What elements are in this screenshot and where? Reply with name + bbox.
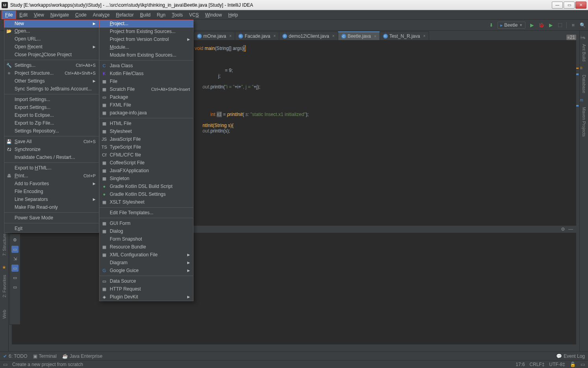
struct-view-icon[interactable]: ▭ [11,246,18,253]
file-menu-save-all[interactable]: 💾Save AllCtrl+S [4,138,99,145]
file-menu-open-url-[interactable]: Open URL... [4,35,99,43]
file-menu-invalidate-caches-restart-[interactable]: Invalidate Caches / Restart... [4,153,99,161]
new-menu-diagram[interactable]: Diagram▶ [100,259,193,267]
file-menu-open-[interactable]: 📂Open... [4,27,99,35]
file-menu-close-project[interactable]: Close ProjecJClose Project [4,51,99,59]
file-menu-settings-[interactable]: 🔧Settings...Ctrl+Alt+S [4,61,99,69]
menu-tools[interactable]: Tools [169,11,186,19]
new-menu-java-class[interactable]: CJava Class [100,62,193,70]
new-menu-typescript-file[interactable]: TSTypeScript File [100,143,193,151]
run-config-selector[interactable]: ▸ Beetle ▼ [498,22,525,29]
settings-icon[interactable]: ⚙ [561,226,565,232]
new-menu-plugin-devkit[interactable]: ◈Plugin DevKit▶ [100,293,193,301]
tab-close-icon[interactable]: × [229,34,232,38]
tool-terminal[interactable]: ▣Terminal [33,353,57,359]
tool-favorites[interactable]: ★2: Favorites [0,262,8,304]
new-menu-project-from-version-control[interactable]: Project from Version Control▶ [100,35,193,43]
menu-file[interactable]: File [2,11,16,19]
new-menu-xml-configuration-file[interactable]: ▦XML Configuration File▶ [100,251,193,259]
new-menu-fxml-file[interactable]: ▦FXML File [100,101,193,109]
stop-button-icon[interactable] [557,22,563,28]
new-menu-edit-file-templates-[interactable]: Edit File Templates... [100,209,193,217]
tool-todo[interactable]: ✔6: TODO [3,353,28,359]
tab-facade[interactable]: CFacade.java× [235,31,279,40]
file-menu-print-[interactable]: 🖶Print...Ctrl+P [4,172,99,180]
file-menu-exit[interactable]: Exit [4,224,99,232]
minimize-panel-icon[interactable]: — [568,226,573,232]
struct-expand-icon[interactable]: ⇲ [11,255,18,262]
file-menu-new[interactable]: New▶ [4,20,99,28]
menu-help[interactable]: Help [225,11,241,19]
new-menu-cfml-cfc-file[interactable]: CfCFML/CFC file [100,151,193,159]
file-menu-export-to-html-[interactable]: Export to HTML... [4,164,99,172]
menu-analyze[interactable]: Analyze [90,11,113,19]
memory-indicator-icon[interactable]: ▭ [581,362,585,367]
run-button-icon[interactable]: ▶ [529,22,535,28]
file-menu-export-settings-[interactable]: Export Settings... [4,103,99,111]
new-menu-data-source[interactable]: ▭Data Source [100,277,193,285]
file-menu-export-to-eclipse-[interactable]: Export to Eclipse... [4,111,99,119]
new-menu-scratch-file[interactable]: ▦Scratch FileCtrl+Alt+Shift+Insert [100,85,193,93]
tool-web[interactable]: Web [0,304,8,325]
new-menu-project-[interactable]: Project... [99,20,194,28]
new-menu-package[interactable]: ▭Package [100,93,193,101]
tool-java-enterprise[interactable]: ☕Java Enterprise [62,353,102,359]
file-menu-sync-settings-to-jetbrains-account-[interactable]: Sync Settings to JetBrains Account... [4,85,99,93]
tab-close-icon[interactable]: × [332,34,335,38]
file-encoding[interactable]: UTF-8‡ [549,362,565,367]
new-menu-dialog[interactable]: ▦Dialog [100,227,193,235]
new-menu-singleton[interactable]: ▦Singleton [100,175,193,182]
tab-close-icon[interactable]: × [423,34,426,38]
menu-vcs[interactable]: VCS [186,11,202,19]
new-menu-resource-bundle[interactable]: ▦Resource Bundle [100,243,193,251]
struct-group-icon[interactable]: ▭ [11,265,18,272]
debug-button-icon[interactable]: 🐞 [538,22,544,28]
new-menu-javascript-file[interactable]: JSJavaScript File [100,135,193,143]
tool-database[interactable]: ≡Database [580,65,588,93]
file-menu-file-encoding[interactable]: File Encoding [4,188,99,195]
tab-close-icon[interactable]: × [273,34,276,38]
build-icon[interactable]: ⬇ [488,22,494,28]
new-menu-javafxapplication[interactable]: ▦JavaFXApplication [100,167,193,175]
struct-collapse-icon[interactable]: ▭ [11,283,18,291]
tool-ant-build[interactable]: 🐜Ant Build [580,35,588,61]
file-menu-power-save-mode[interactable]: Power Save Mode [4,214,99,222]
new-menu-kotlin-file-class[interactable]: KKotlin File/Class [100,70,193,77]
file-menu-import-settings-[interactable]: Import Settings... [4,96,99,103]
new-menu-gradle-kotlin-dsl-build-script[interactable]: ●Gradle Kotlin DSL Build Script [100,182,193,190]
struct-sort-icon[interactable]: ⚙ [11,236,18,243]
tab-close-icon[interactable]: × [374,34,376,39]
new-menu-xslt-stylesheet[interactable]: ▦XSLT Stylesheet [100,198,193,206]
new-menu-coffeescript-file[interactable]: ▦CoffeeScript File [100,159,193,167]
menu-code[interactable]: Code [72,11,90,19]
file-menu-other-settings[interactable]: Other Settings▶ [4,77,99,85]
menu-navigate[interactable]: Navigate [47,11,72,19]
menu-window[interactable]: Window [202,11,225,19]
file-menu-settings-repository-[interactable]: Settings Repository... [4,127,99,135]
minimize-button[interactable]: — [552,2,563,9]
project-structure-icon[interactable]: ⌗ [570,22,576,28]
tabs-overflow-badge[interactable]: ≡21 [566,35,576,40]
search-everywhere-icon[interactable]: 🔍 [579,22,586,28]
menu-edit[interactable]: Edit [16,11,31,19]
line-separator[interactable]: CRLF‡ [529,362,544,367]
quick-actions-icon[interactable]: ▭ [3,362,7,367]
menu-run[interactable]: Run [154,11,169,19]
file-menu-open-recent[interactable]: Open Recent▶ [4,43,99,51]
new-menu-file[interactable]: ▦File [100,77,193,85]
struct-filter-icon[interactable]: ▭ [11,274,18,281]
new-menu-google-guice[interactable]: GGoogle Guice▶ [100,267,193,274]
coverage-icon[interactable]: ▶ [547,22,554,28]
file-menu-synchronize[interactable]: 🗘Synchronize [4,145,99,153]
event-log-button[interactable]: 💬Event Log [556,353,585,359]
new-menu-gradle-kotlin-dsl-settings[interactable]: ●Gradle Kotlin DSL Settings [100,190,193,198]
menu-refactor[interactable]: Refactor [113,11,137,19]
new-menu-http-request[interactable]: ▦HTTP Request [100,285,193,293]
new-menu-package-info-java[interactable]: ▦package-info.java [100,109,193,117]
menu-view[interactable]: View [31,11,47,19]
new-menu-module-[interactable]: Module... [100,43,193,51]
close-window-button[interactable]: ✕ [575,2,586,9]
tab-beetle[interactable]: CBeetle.java× [338,31,380,40]
file-menu-add-to-favorites[interactable]: Add to Favorites▶ [4,180,99,188]
new-menu-form-snapshot[interactable]: Form Snapshot [100,235,193,243]
